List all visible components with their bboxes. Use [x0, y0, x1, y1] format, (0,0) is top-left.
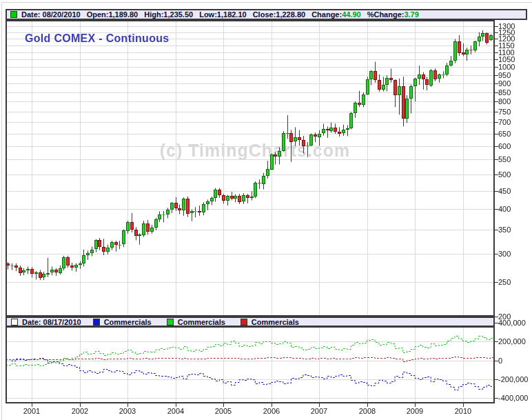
cot-date-field: Date: 08/17/2010: [22, 318, 81, 326]
legend-item-commercials-red: Commercials: [241, 318, 299, 326]
chart-title: Gold COMEX - Continuous: [25, 32, 170, 45]
date-field: Date: 08/20/2010: [21, 10, 81, 19]
date-checkbox-icon[interactable]: [11, 319, 18, 326]
change-field: Change:44.90: [311, 10, 361, 19]
cot-header-bar: Date: 08/17/2010 Commercials Commercials…: [6, 317, 495, 327]
legend-swatch-icon[interactable]: [93, 319, 100, 326]
legend-label: Commercials: [252, 318, 299, 326]
ohlc-header-bar: Date: 08/20/2010 Open:1,189.80 High:1,23…: [6, 9, 527, 20]
legend-swatch-icon[interactable]: [241, 319, 247, 326]
close-field: Close:1,228.80: [253, 10, 305, 19]
legend-item-commercials-blue: Commercials: [93, 318, 152, 326]
legend-label: Commercials: [178, 318, 225, 326]
low-field: Low:1,182.10: [199, 10, 247, 19]
legend-item-commercials-green: Commercials: [167, 318, 225, 326]
high-field: High:1,235.50: [144, 10, 193, 19]
series-checkbox-icon[interactable]: [10, 11, 17, 18]
chart-page: (c) TimingCharts.com Date: 08/20/2010 Op…: [0, 0, 532, 420]
price-chart-canvas[interactable]: [0, 0, 532, 420]
legend-swatch-icon[interactable]: [167, 319, 174, 326]
open-field: Open:1,189.80: [87, 10, 139, 19]
legend-label: Commercials: [104, 318, 152, 326]
pct-change-field: %Change:3.79: [367, 10, 419, 19]
